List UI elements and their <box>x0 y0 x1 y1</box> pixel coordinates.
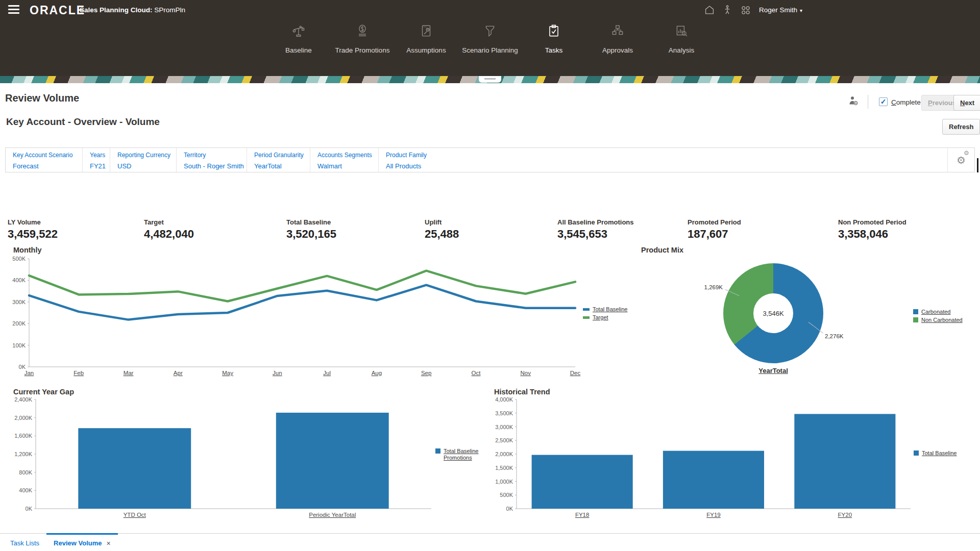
pov-product-family[interactable]: Product Family All Products <box>378 148 947 172</box>
next-button[interactable]: Next <box>953 95 980 111</box>
x-axis-label-sep[interactable]: Sep <box>421 370 431 376</box>
pov-years[interactable]: Years FY21 <box>82 148 110 172</box>
x-axis-label-mar[interactable]: Mar <box>124 370 134 376</box>
x-axis-label-ytd-oct[interactable]: YTD Oct <box>124 512 146 518</box>
bar-fy18[interactable] <box>532 455 633 509</box>
y-tick-label: 1,500K <box>495 465 513 471</box>
kpi-value: 3,459,522 <box>8 228 58 241</box>
kpi-label: Total Baseline <box>286 218 336 226</box>
legend-swatch <box>913 317 918 322</box>
nav-label: Trade Promotions <box>331 46 395 54</box>
bar-ytd-oct[interactable] <box>78 428 191 509</box>
series-line-total-baseline[interactable] <box>29 285 575 320</box>
pov-value[interactable]: Forecast <box>13 162 80 170</box>
pov-territory[interactable]: Territory South - Roger Smith <box>176 148 247 172</box>
home-icon[interactable] <box>703 4 716 17</box>
tab-label[interactable]: Review Volume <box>54 539 102 547</box>
tab-label[interactable]: Task Lists <box>10 539 39 547</box>
legend-label[interactable]: Total Baseline Promotions <box>444 448 484 461</box>
legend-swatch <box>583 316 590 319</box>
hamburger-menu-icon[interactable] <box>8 5 19 14</box>
legend-item-target[interactable]: Target <box>583 314 628 321</box>
y-tick-label: 2,500K <box>495 437 513 443</box>
kpi-label: Uplift <box>425 218 459 226</box>
y-tick-label: 0K <box>26 506 33 512</box>
x-axis-label-fy20[interactable]: FY20 <box>838 512 852 518</box>
legend-item-non-carbonated[interactable]: Non Carbonated <box>913 317 963 323</box>
nav-item-trade-promotions[interactable]: Trade Promotions <box>331 23 395 54</box>
x-axis-label-periodic-yeartotal[interactable]: Periodic YearTotal <box>309 512 356 518</box>
bar-fy20[interactable] <box>794 414 895 509</box>
legend-label[interactable]: Carbonated <box>921 309 951 315</box>
x-axis-label-may[interactable]: May <box>222 370 233 376</box>
pov-value[interactable]: All Products <box>386 162 945 170</box>
app-header: ORACLE Sales Planning Cloud: SPromPln Ro… <box>0 0 980 76</box>
monthly-chart-legend: Total Baseline Target <box>583 306 628 322</box>
x-axis-label-apr[interactable]: Apr <box>174 370 183 376</box>
pov-settings-button[interactable]: ⚙⚙ <box>947 148 974 172</box>
legend-label[interactable]: Non Carbonated <box>921 317 963 323</box>
legend-label[interactable]: Total Baseline <box>593 306 628 313</box>
pov-value[interactable]: Walmart <box>317 162 376 170</box>
legend-item-total-baseline[interactable]: Total Baseline <box>914 450 957 457</box>
y-tick-label: 3,500K <box>495 410 513 416</box>
legend-item-total-baseline[interactable]: Total Baseline <box>583 306 628 313</box>
nav-item-analysis[interactable]: Analysis <box>650 23 714 54</box>
user-menu[interactable]: Roger Smith▾ <box>759 6 802 14</box>
x-axis-label-dec[interactable]: Dec <box>570 370 581 376</box>
svg-text:?: ? <box>854 101 857 106</box>
legend-item-carbonated[interactable]: Carbonated <box>913 309 963 315</box>
close-icon[interactable]: × <box>106 539 110 547</box>
legend-label[interactable]: Total Baseline <box>922 450 957 457</box>
pov-value[interactable]: USD <box>117 162 174 170</box>
y-tick-label: 2,000K <box>14 415 33 421</box>
pov-value[interactable]: YearTotal <box>254 162 308 170</box>
pov-value[interactable]: South - Roger Smith <box>184 162 244 170</box>
kpi-label: Target <box>144 218 194 226</box>
pov-label: Accounts Segments <box>317 152 376 159</box>
y-tick-label: 1,200K <box>14 451 33 457</box>
x-axis-label-fy18[interactable]: FY18 <box>575 512 590 518</box>
check-icon: ✓ <box>879 98 887 105</box>
donut-center-label: 3,546K <box>753 293 793 333</box>
nav-collapse-handle[interactable] <box>479 76 501 83</box>
task-assignee-icon[interactable]: ? <box>847 95 860 107</box>
pov-key-account-scenario[interactable]: Key Account Scenario Forecast <box>6 148 82 172</box>
legend-label[interactable]: Target <box>593 314 608 321</box>
kpi-value: 3,520,165 <box>286 228 336 241</box>
accessibility-icon[interactable] <box>721 4 734 17</box>
product-mix-donut-chart: 3,546K <box>723 263 823 363</box>
x-axis-label-nov[interactable]: Nov <box>521 370 531 376</box>
x-axis-label-jul[interactable]: Jul <box>323 370 331 376</box>
pov-reporting-currency[interactable]: Reporting Currency USD <box>110 148 176 172</box>
pov-period-granularity[interactable]: Period Granularity YearTotal <box>247 148 310 172</box>
nav-item-approvals[interactable]: Approvals <box>586 23 650 54</box>
series-line-target[interactable] <box>29 271 575 302</box>
nav-item-tasks[interactable]: Tasks <box>522 23 586 54</box>
tab-task-lists[interactable]: Task Lists <box>3 533 46 551</box>
x-axis-label-feb[interactable]: Feb <box>74 370 84 376</box>
pov-value[interactable]: FY21 <box>90 162 108 170</box>
bar-fy19[interactable] <box>663 451 764 509</box>
x-axis-label-oct[interactable]: Oct <box>472 370 481 376</box>
complete-label[interactable]: Complete <box>891 98 921 106</box>
nav-item-baseline[interactable]: Baseline <box>267 23 331 54</box>
complete-checkbox[interactable]: ✓ <box>879 97 888 106</box>
y-tick-label: 3,000K <box>495 424 513 430</box>
navigator-grid-icon[interactable] <box>739 4 752 17</box>
legend-item-total-baseline-promotions[interactable]: Total Baseline Promotions <box>435 448 484 461</box>
pov-accounts-segments[interactable]: Accounts Segments Walmart <box>310 148 378 172</box>
form-title: Key Account - Overview - Volume <box>6 116 160 128</box>
nav-item-assumptions[interactable]: Assumptions <box>395 23 458 54</box>
refresh-button[interactable]: Refresh <box>942 119 980 135</box>
donut-footer-link[interactable]: YearTotal <box>743 367 804 374</box>
x-axis-label-jan[interactable]: Jan <box>24 370 34 376</box>
x-axis-label-jun[interactable]: Jun <box>273 370 282 376</box>
x-axis-label-fy19[interactable]: FY19 <box>706 512 721 518</box>
tab-review-volume[interactable]: Review Volume× <box>46 533 118 551</box>
kpi-uplift: Uplift25,488 <box>425 218 459 241</box>
x-axis-label-aug[interactable]: Aug <box>372 370 382 376</box>
app-title: Sales Planning Cloud: SPromPln <box>80 6 185 14</box>
nav-item-scenario-planning[interactable]: Scenario Planning <box>458 23 522 54</box>
bar-periodic-yeartotal[interactable] <box>276 413 389 509</box>
